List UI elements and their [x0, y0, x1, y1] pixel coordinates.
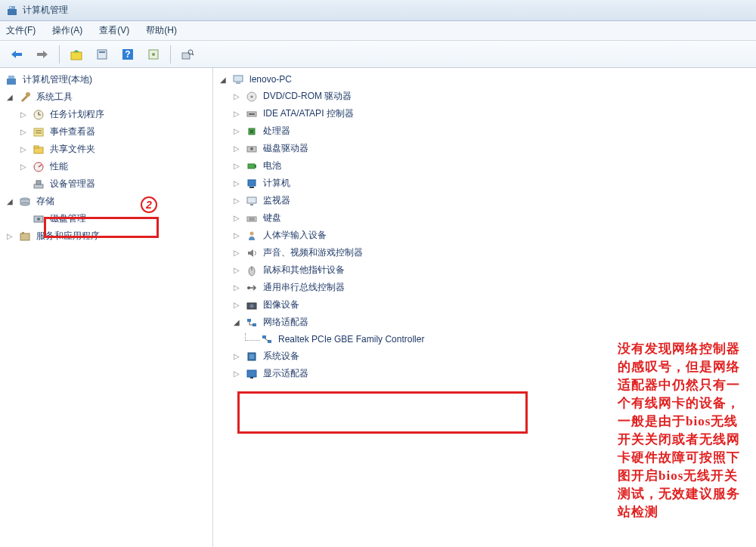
svg-rect-51	[247, 197, 256, 203]
device-ide[interactable]: IDE ATA/ATAPI 控制器	[213, 105, 756, 122]
toolbar-separator	[170, 45, 171, 63]
expand-icon[interactable]	[231, 214, 242, 222]
svg-rect-53	[247, 217, 256, 221]
expand-icon[interactable]	[231, 231, 242, 240]
expand-icon[interactable]	[18, 162, 29, 171]
svg-rect-67	[262, 335, 266, 338]
expand-icon[interactable]	[231, 127, 242, 135]
svg-rect-35	[20, 233, 29, 240]
expand-icon[interactable]	[18, 128, 29, 136]
svg-rect-25	[34, 146, 39, 148]
svg-point-34	[37, 218, 40, 221]
svg-rect-5	[71, 52, 82, 60]
menu-view[interactable]: 查看(V)	[99, 24, 129, 37]
perf-icon	[32, 161, 45, 173]
tree-root[interactable]: 计算机管理(本地)	[0, 71, 212, 88]
scan-button[interactable]	[177, 44, 198, 65]
device-computer[interactable]: 计算机	[213, 175, 756, 192]
device-imaging[interactable]: 图像设备	[213, 296, 756, 314]
svg-rect-52	[250, 204, 253, 206]
expand-icon[interactable]	[231, 144, 242, 153]
tree-item-shared-folders[interactable]: 共享文件夹	[0, 141, 212, 158]
svg-rect-37	[234, 76, 243, 82]
imaging-icon	[245, 299, 259, 311]
device-hid[interactable]: 人体学输入设备	[213, 227, 756, 244]
device-network[interactable]: 网络适配器	[213, 314, 756, 331]
expand-icon[interactable]	[231, 249, 242, 257]
device-disk-drives[interactable]: 磁盘驱动器	[213, 140, 756, 157]
svg-point-11	[152, 53, 155, 56]
tree-item-performance[interactable]: 性能	[0, 158, 212, 175]
svg-rect-7	[99, 51, 105, 53]
svg-rect-29	[36, 181, 41, 184]
expand-icon[interactable]	[231, 92, 242, 100]
menu-action[interactable]: 操作(A)	[52, 24, 82, 37]
expand-icon[interactable]	[5, 232, 15, 240]
svg-rect-47	[248, 164, 255, 168]
tree-item-system-tools[interactable]: 系统工具	[0, 88, 212, 106]
event-icon	[32, 126, 45, 138]
svg-point-17	[26, 92, 30, 97]
device-cpu[interactable]: 处理器	[213, 122, 756, 140]
expand-icon[interactable]	[231, 266, 242, 274]
device-keyboard[interactable]: 键盘	[213, 209, 756, 227]
expand-icon[interactable]	[231, 196, 242, 205]
services-icon	[18, 230, 32, 243]
device-monitor[interactable]: 监视器	[213, 192, 756, 209]
expand-icon[interactable]	[18, 145, 29, 153]
expand-icon[interactable]	[231, 369, 242, 378]
tree-connector	[245, 333, 260, 341]
hdd-icon	[245, 143, 259, 155]
battery-icon	[245, 160, 259, 172]
left-tree-panel: 计算机管理(本地) 系统工具 任务计划程序 事件查看器 共享文件夹	[0, 68, 213, 547]
annotation-circle-2: 2	[141, 196, 157, 213]
tree-item-device-manager[interactable]: 设备管理器	[0, 175, 212, 193]
keyboard-icon	[245, 212, 259, 224]
expand-icon[interactable]	[231, 283, 242, 292]
menu-file[interactable]: 文件(F)	[6, 24, 36, 37]
svg-rect-36	[22, 232, 24, 234]
expand-icon[interactable]	[5, 93, 15, 101]
folder-icon	[32, 144, 45, 156]
svg-rect-73	[250, 377, 253, 379]
tree-item-task-scheduler[interactable]: 任务计划程序	[0, 106, 212, 123]
svg-point-46	[250, 147, 253, 150]
expand-icon[interactable]	[231, 301, 242, 309]
computer-mgmt-icon	[5, 74, 18, 86]
up-button[interactable]	[66, 44, 87, 65]
tree-item-event-viewer[interactable]: 事件查看器	[0, 123, 212, 141]
expand-icon[interactable]	[231, 179, 242, 187]
device-usb[interactable]: 通用串行总线控制器	[213, 279, 756, 296]
svg-rect-50	[249, 187, 254, 188]
properties-button[interactable]	[91, 44, 113, 65]
cpu-icon	[245, 125, 259, 138]
svg-rect-3	[14, 53, 22, 56]
svg-rect-63	[247, 319, 251, 322]
device-sound[interactable]: 声音、视频和游戏控制器	[213, 244, 756, 261]
expand-icon[interactable]	[5, 197, 15, 206]
svg-rect-21	[34, 128, 43, 136]
expand-icon[interactable]	[18, 110, 29, 119]
device-root[interactable]: lenovo-PC	[213, 71, 756, 88]
tree-item-storage[interactable]: 存储	[0, 193, 212, 210]
expand-icon[interactable]	[231, 162, 242, 170]
expand-icon[interactable]	[231, 318, 242, 326]
device-battery[interactable]: 电池	[213, 157, 756, 175]
system-icon	[245, 351, 259, 363]
window-title: 计算机管理	[23, 4, 68, 17]
menu-help[interactable]: 帮助(H)	[146, 24, 177, 37]
back-button[interactable]	[6, 44, 27, 65]
refresh-button[interactable]	[143, 44, 164, 65]
wrench-icon	[18, 91, 32, 104]
toolbar: ?	[0, 41, 756, 68]
expand-icon[interactable]	[231, 110, 242, 118]
device-dvd[interactable]: DVD/CD-ROM 驱动器	[213, 88, 756, 105]
forward-button[interactable]	[32, 44, 53, 65]
svg-rect-48	[255, 165, 256, 168]
help-button[interactable]: ?	[117, 44, 138, 65]
expand-icon[interactable]	[218, 76, 228, 84]
toolbar-separator	[59, 45, 60, 63]
monitor-icon	[245, 195, 259, 207]
device-mouse[interactable]: 鼠标和其他指针设备	[213, 261, 756, 279]
expand-icon[interactable]	[231, 352, 242, 360]
